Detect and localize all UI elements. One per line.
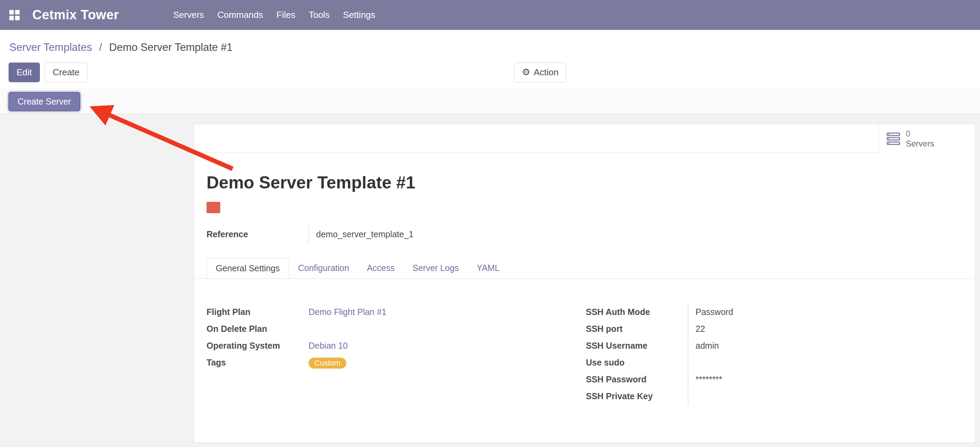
menu-tools[interactable]: Tools [309,10,329,20]
apps-grid-dot [15,10,19,14]
edit-button[interactable]: Edit [9,62,40,82]
reference-field: Reference demo_server_template_1 [207,226,963,243]
tag-badge: Custom [309,358,346,369]
servers-stat-label: Servers [906,139,934,148]
tab-yaml[interactable]: YAML [468,258,508,278]
ssh-port-label: SSH port [586,321,688,337]
action-button-label: Action [534,67,558,78]
breadcrumb-separator: / [99,41,102,53]
apps-grid-icon[interactable] [9,10,19,20]
tab-configuration[interactable]: Configuration [289,258,358,278]
reference-label: Reference [207,226,309,243]
ssh-private-key-value [688,388,963,405]
use-sudo-value [688,354,963,371]
operating-system-label: Operating System [207,337,309,354]
tab-general-settings[interactable]: General Settings [207,258,289,278]
menu-settings[interactable]: Settings [343,10,375,20]
operating-system-link[interactable]: Debian 10 [309,341,348,350]
button-row: Edit Create ⚙ Action [0,62,980,82]
ssh-password-value: ******** [688,371,963,388]
main-menu: Servers Commands Files Tools Settings [173,0,375,30]
reference-value: demo_server_template_1 [309,226,963,243]
tab-server-logs[interactable]: Server Logs [404,258,468,278]
general-settings-panel: Flight Plan Demo Flight Plan #1 On Delet… [194,303,975,405]
apps-grid-dot [9,16,14,20]
form-statusbar: Create Server [0,88,980,114]
left-field-column: Flight Plan Demo Flight Plan #1 On Delet… [207,303,586,405]
right-field-column: SSH Auth Mode Password SSH port 22 SSH U… [586,303,963,405]
tab-access[interactable]: Access [358,258,404,278]
ssh-password-label: SSH Password [586,371,688,388]
breadcrumb-parent-link[interactable]: Server Templates [9,41,92,53]
menu-commands[interactable]: Commands [218,10,263,20]
servers-stat-count: 0 [906,129,934,139]
ssh-username-label: SSH Username [586,337,688,354]
template-color-swatch [207,202,220,213]
use-sudo-label: Use sudo [586,354,688,371]
apps-grid-dot [9,10,14,14]
server-stack-icon [886,133,900,145]
servers-stat-button[interactable]: 0 Servers [879,124,975,153]
notebook-tabs: General Settings Configuration Access Se… [194,258,975,279]
menu-servers[interactable]: Servers [173,10,204,20]
top-navbar: Cetmix Tower Servers Commands Files Tool… [0,0,980,30]
flight-plan-link[interactable]: Demo Flight Plan #1 [309,307,387,317]
gear-icon: ⚙ [522,68,530,77]
create-server-button[interactable]: Create Server [9,92,80,111]
servers-stat-text: 0 Servers [906,129,934,148]
on-delete-plan-label: On Delete Plan [207,321,309,337]
breadcrumb-current: Demo Server Template #1 [109,41,233,53]
sheet-stat-strip: 0 Servers [194,124,975,153]
form-sheet: 0 Servers Demo Server Template #1 Refere… [194,124,975,443]
create-button[interactable]: Create [45,62,87,82]
content-area: 0 Servers Demo Server Template #1 Refere… [0,124,980,443]
control-panel: Server Templates / Demo Server Template … [0,30,980,114]
action-button[interactable]: ⚙ Action [514,62,566,82]
ssh-username-value: admin [688,337,963,354]
ssh-private-key-label: SSH Private Key [586,388,688,405]
tags-label: Tags [207,354,309,371]
ssh-auth-mode-value: Password [688,303,963,321]
ssh-port-value: 22 [688,321,963,337]
menu-files[interactable]: Files [277,10,296,20]
ssh-auth-mode-label: SSH Auth Mode [586,303,688,321]
sheet-body: Demo Server Template #1 Reference demo_s… [194,172,975,243]
flight-plan-label: Flight Plan [207,303,309,321]
apps-grid-dot [15,16,19,20]
on-delete-plan-value [309,321,586,337]
app-brand[interactable]: Cetmix Tower [32,8,119,22]
record-title: Demo Server Template #1 [207,172,963,193]
breadcrumb: Server Templates / Demo Server Template … [0,30,980,54]
